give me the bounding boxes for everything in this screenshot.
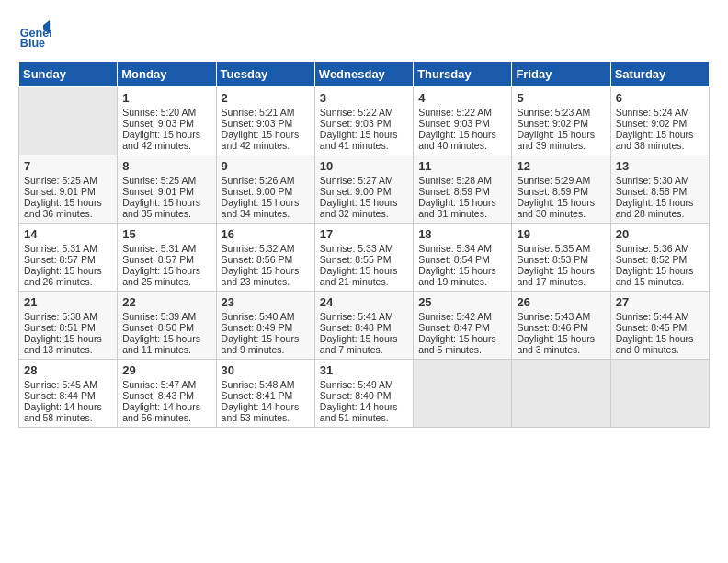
day-number: 30 bbox=[222, 363, 310, 377]
sunset: Sunset: 9:00 PM bbox=[222, 186, 293, 197]
sunrise: Sunrise: 5:31 AM bbox=[122, 243, 196, 254]
sunset: Sunset: 8:57 PM bbox=[122, 254, 194, 265]
calendar-cell: 23Sunrise: 5:40 AMSunset: 8:49 PMDayligh… bbox=[216, 292, 314, 360]
sunrise: Sunrise: 5:45 AM bbox=[24, 379, 97, 390]
sunrise: Sunrise: 5:39 AM bbox=[122, 311, 196, 322]
daylight: Daylight: 15 hours and 30 minutes. bbox=[517, 197, 595, 219]
weekday-header: Wednesday bbox=[314, 62, 413, 87]
weekday-header: Monday bbox=[118, 62, 216, 87]
sunrise: Sunrise: 5:26 AM bbox=[222, 175, 295, 186]
day-number: 29 bbox=[122, 363, 210, 377]
daylight: Daylight: 15 hours and 13 minutes. bbox=[24, 333, 102, 355]
sunset: Sunset: 9:02 PM bbox=[517, 118, 588, 129]
day-number: 15 bbox=[122, 227, 210, 241]
calendar-cell bbox=[19, 87, 118, 155]
daylight: Daylight: 15 hours and 28 minutes. bbox=[616, 197, 694, 219]
calendar-table: SundayMondayTuesdayWednesdayThursdayFrid… bbox=[18, 61, 710, 428]
daylight: Daylight: 14 hours and 56 minutes. bbox=[122, 401, 200, 423]
sunrise: Sunrise: 5:22 AM bbox=[418, 107, 492, 118]
calendar-cell: 27Sunrise: 5:44 AMSunset: 8:45 PMDayligh… bbox=[610, 292, 709, 360]
sunset: Sunset: 8:45 PM bbox=[616, 322, 688, 333]
calendar-week-row: 28Sunrise: 5:45 AMSunset: 8:44 PMDayligh… bbox=[19, 360, 710, 428]
daylight: Daylight: 14 hours and 51 minutes. bbox=[320, 401, 398, 423]
calendar-cell: 5Sunrise: 5:23 AMSunset: 9:02 PMDaylight… bbox=[512, 87, 610, 155]
day-number: 26 bbox=[517, 295, 605, 309]
day-number: 23 bbox=[222, 295, 310, 309]
calendar-header-row: SundayMondayTuesdayWednesdayThursdayFrid… bbox=[19, 62, 710, 87]
sunset: Sunset: 9:01 PM bbox=[24, 186, 96, 197]
day-number: 18 bbox=[418, 227, 506, 241]
sunrise: Sunrise: 5:44 AM bbox=[616, 311, 689, 322]
calendar-week-row: 21Sunrise: 5:38 AMSunset: 8:51 PMDayligh… bbox=[19, 292, 710, 360]
calendar-cell: 29Sunrise: 5:47 AMSunset: 8:43 PMDayligh… bbox=[118, 360, 216, 428]
sunset: Sunset: 8:49 PM bbox=[222, 322, 293, 333]
calendar-cell: 22Sunrise: 5:39 AMSunset: 8:50 PMDayligh… bbox=[118, 292, 216, 360]
sunrise: Sunrise: 5:41 AM bbox=[320, 311, 393, 322]
sunrise: Sunrise: 5:21 AM bbox=[222, 107, 295, 118]
daylight: Daylight: 14 hours and 58 minutes. bbox=[24, 401, 102, 423]
daylight: Daylight: 15 hours and 17 minutes. bbox=[517, 265, 595, 287]
sunset: Sunset: 9:03 PM bbox=[222, 118, 293, 129]
calendar-cell: 24Sunrise: 5:41 AMSunset: 8:48 PMDayligh… bbox=[314, 292, 413, 360]
calendar-cell: 7Sunrise: 5:25 AMSunset: 9:01 PMDaylight… bbox=[19, 155, 118, 224]
daylight: Daylight: 15 hours and 23 minutes. bbox=[222, 265, 300, 287]
daylight: Daylight: 15 hours and 41 minutes. bbox=[320, 129, 398, 151]
day-number: 9 bbox=[222, 159, 310, 173]
sunrise: Sunrise: 5:28 AM bbox=[418, 175, 492, 186]
sunset: Sunset: 8:40 PM bbox=[320, 390, 392, 401]
calendar-body: 1Sunrise: 5:20 AMSunset: 9:03 PMDaylight… bbox=[19, 87, 710, 428]
weekday-header: Sunday bbox=[19, 62, 118, 87]
daylight: Daylight: 15 hours and 5 minutes. bbox=[418, 333, 496, 355]
sunrise: Sunrise: 5:38 AM bbox=[24, 311, 97, 322]
calendar-cell: 19Sunrise: 5:35 AMSunset: 8:53 PMDayligh… bbox=[512, 224, 610, 292]
calendar-week-row: 14Sunrise: 5:31 AMSunset: 8:57 PMDayligh… bbox=[19, 224, 710, 292]
sunrise: Sunrise: 5:25 AM bbox=[24, 175, 97, 186]
sunset: Sunset: 9:00 PM bbox=[320, 186, 392, 197]
daylight: Daylight: 15 hours and 38 minutes. bbox=[616, 129, 694, 151]
sunrise: Sunrise: 5:47 AM bbox=[122, 379, 196, 390]
sunset: Sunset: 8:41 PM bbox=[222, 390, 293, 401]
daylight: Daylight: 15 hours and 40 minutes. bbox=[418, 129, 496, 151]
day-number: 27 bbox=[616, 295, 704, 309]
calendar-cell: 31Sunrise: 5:49 AMSunset: 8:40 PMDayligh… bbox=[314, 360, 413, 428]
sunset: Sunset: 8:58 PM bbox=[616, 186, 688, 197]
sunrise: Sunrise: 5:35 AM bbox=[517, 243, 590, 254]
sunrise: Sunrise: 5:32 AM bbox=[222, 243, 295, 254]
daylight: Daylight: 15 hours and 21 minutes. bbox=[320, 265, 398, 287]
header: General Blue bbox=[18, 18, 710, 52]
sunrise: Sunrise: 5:27 AM bbox=[320, 175, 393, 186]
calendar-cell: 26Sunrise: 5:43 AMSunset: 8:46 PMDayligh… bbox=[512, 292, 610, 360]
day-number: 12 bbox=[517, 159, 605, 173]
logo-icon: General Blue bbox=[18, 18, 51, 52]
calendar-cell: 18Sunrise: 5:34 AMSunset: 8:54 PMDayligh… bbox=[414, 224, 512, 292]
calendar-cell: 11Sunrise: 5:28 AMSunset: 8:59 PMDayligh… bbox=[414, 155, 512, 224]
calendar-cell bbox=[610, 360, 709, 428]
sunrise: Sunrise: 5:40 AM bbox=[222, 311, 295, 322]
day-number: 3 bbox=[320, 91, 408, 105]
daylight: Daylight: 15 hours and 19 minutes. bbox=[418, 265, 496, 287]
sunrise: Sunrise: 5:20 AM bbox=[122, 107, 196, 118]
logo: General Blue bbox=[18, 18, 55, 52]
sunset: Sunset: 9:03 PM bbox=[320, 118, 392, 129]
calendar-cell: 4Sunrise: 5:22 AMSunset: 9:03 PMDaylight… bbox=[414, 87, 512, 155]
weekday-header: Friday bbox=[512, 62, 610, 87]
calendar-cell: 10Sunrise: 5:27 AMSunset: 9:00 PMDayligh… bbox=[314, 155, 413, 224]
calendar-week-row: 7Sunrise: 5:25 AMSunset: 9:01 PMDaylight… bbox=[19, 155, 710, 224]
daylight: Daylight: 15 hours and 11 minutes. bbox=[122, 333, 200, 355]
sunset: Sunset: 8:59 PM bbox=[517, 186, 588, 197]
calendar-cell: 20Sunrise: 5:36 AMSunset: 8:52 PMDayligh… bbox=[610, 224, 709, 292]
sunset: Sunset: 8:53 PM bbox=[517, 254, 588, 265]
day-number: 14 bbox=[24, 227, 112, 241]
sunset: Sunset: 8:50 PM bbox=[122, 322, 194, 333]
calendar-cell bbox=[512, 360, 610, 428]
weekday-header: Saturday bbox=[610, 62, 709, 87]
day-number: 2 bbox=[222, 91, 310, 105]
daylight: Daylight: 15 hours and 42 minutes. bbox=[122, 129, 200, 151]
daylight: Daylight: 15 hours and 9 minutes. bbox=[222, 333, 300, 355]
sunrise: Sunrise: 5:49 AM bbox=[320, 379, 393, 390]
sunset: Sunset: 8:59 PM bbox=[418, 186, 490, 197]
daylight: Daylight: 15 hours and 36 minutes. bbox=[24, 197, 102, 219]
daylight: Daylight: 15 hours and 0 minutes. bbox=[616, 333, 694, 355]
day-number: 4 bbox=[418, 91, 506, 105]
calendar-cell: 21Sunrise: 5:38 AMSunset: 8:51 PMDayligh… bbox=[19, 292, 118, 360]
